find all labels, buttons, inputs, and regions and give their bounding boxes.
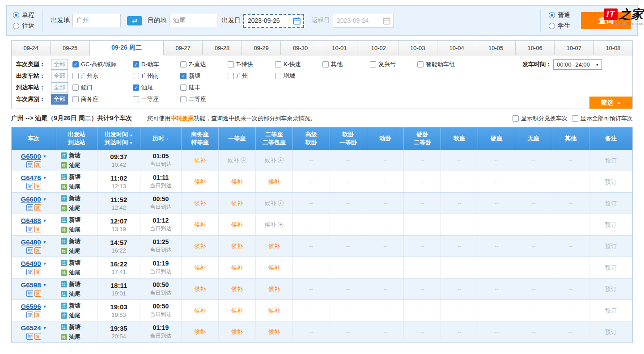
from-station-input[interactable]: 广州 [72,14,121,27]
date-tab[interactable]: 09-24 [12,41,51,55]
date-tab[interactable]: 09-27 [164,41,203,55]
date-tab[interactable]: 09-30 [281,41,320,55]
train-expand-icon[interactable]: ▼ [43,176,47,180]
train-number-link[interactable]: G6490 [21,260,41,267]
seat-other-cell: -- [552,257,589,278]
filter-option-xintang[interactable]: 新塘 [180,72,228,80]
filter-option-guangzhou[interactable]: 广州 [228,72,275,80]
sort-desc-icon[interactable]: ▼ [129,141,133,145]
date-tab[interactable]: 09-26 周二 [90,41,164,55]
station-type-icon: 终 [61,184,67,190]
date-tab[interactable]: 10-01 [320,41,359,55]
from-station: 新塘 [69,259,80,267]
col-times[interactable]: 出发时间▲ 到达时间▼ [97,127,140,150]
fuxing-train-badge: 复 [34,269,41,275]
show-bookable-trains-checkbox[interactable]: 显示全部可预订车次 [572,114,633,122]
train-number-link[interactable]: G6500 [21,152,41,160]
seat-hard-seat-cell: -- [478,300,515,321]
seat-class-all-button[interactable]: 全部 [51,94,68,105]
col-duration[interactable]: 历时▲ [140,127,182,150]
train-expand-icon[interactable]: ▼ [43,261,47,266]
station-type-icon: 终 [61,205,67,211]
show-points-trains-checkbox[interactable]: 显示积分兑换车次 [513,114,568,122]
arrive-station-all-button[interactable]: 全部 [51,82,68,93]
train-expand-icon[interactable]: ▼ [43,219,47,223]
filter-option-business[interactable]: 商务座 [72,95,133,103]
date-tab[interactable]: 09-25 [51,41,89,55]
seat-status: 候补 [268,242,280,250]
swap-stations-button[interactable]: ⇄ [127,16,142,25]
date-tab-label: 09-29 [254,45,268,51]
filter-option-smart-ev[interactable]: 智能动车组 [417,60,455,68]
transfer-link[interactable]: 中转换乘 [170,115,194,122]
radio-round-trip[interactable]: 往返 [13,22,34,30]
filter-option-guangzhoudong[interactable]: 广州东 [72,72,133,80]
times-cell: 18:11 19:01 [97,278,140,299]
candidate-plus-icon[interactable]: + [278,157,284,163]
filter-option-gc[interactable]: GC-高铁/城际 [72,60,133,68]
sort-duration-icon[interactable]: ▲ [165,137,169,141]
radio-normal-passenger[interactable]: 普通 [549,11,570,19]
date-tab[interactable]: 10-04 [437,41,476,55]
train-expand-icon[interactable]: ▼ [43,240,47,244]
to-station-input[interactable]: 汕尾 [169,14,217,27]
filter-option-guangzhounan[interactable]: 广州南 [133,72,180,80]
date-tab[interactable]: 10-06 [516,41,555,55]
train-type-all-button[interactable]: 全部 [51,59,68,70]
filter-button[interactable]: 筛选 ▲ [589,97,632,109]
filter-option-label: 增城 [284,72,295,80]
date-tab[interactable]: 09-29 [242,41,281,55]
candidate-plus-icon[interactable]: + [278,222,284,228]
train-number-link[interactable]: G6524 [21,324,41,332]
date-tab[interactable]: 10-07 [555,41,593,55]
filter-option-shanwei[interactable]: 汕尾 [133,84,180,92]
train-type-label: 车次类型： [16,60,51,68]
date-tab[interactable]: 10-02 [359,41,398,55]
seat-status: -- [532,157,536,164]
col-other: 其他 [552,127,589,150]
train-row: G6488 ▼ 智 复 过 新塘 [12,214,632,236]
train-expand-icon[interactable]: ▼ [43,154,47,159]
seat-ev-sleeper-cell: -- [367,257,404,278]
filter-option-z[interactable]: Z-直达 [180,60,228,68]
train-number-link[interactable]: G6476 [21,174,41,181]
train-expand-icon[interactable]: ▼ [43,304,47,309]
date-tab[interactable]: 09-28 [203,41,242,55]
return-date-input[interactable]: 2023-09-24 [333,14,394,28]
depart-date-input[interactable]: 2023-09-26 [243,14,304,28]
filter-option-lufeng[interactable]: 陆丰 [180,84,228,92]
filter-option-fuxing[interactable]: 复兴号 [370,60,417,68]
candidate-plus-icon[interactable]: + [241,157,246,163]
filter-option-first-class[interactable]: 一等座 [133,95,180,103]
sort-asc-icon[interactable]: ▲ [129,133,133,137]
date-tab[interactable]: 10-03 [398,41,437,55]
train-number-link[interactable]: G6488 [21,217,41,224]
date-tab[interactable]: 10-05 [476,41,515,55]
filter-option-t[interactable]: T-特快 [228,60,275,68]
filter-option-k[interactable]: K-快速 [275,60,322,68]
filter-option-label: 汕尾 [141,84,153,92]
date-tab[interactable]: 10-08 [594,41,632,55]
candidate-plus-icon[interactable]: + [278,200,284,206]
filter-option-label: 二等座 [189,95,206,103]
filter-option-zengcheng[interactable]: 增城 [275,72,322,80]
train-number-link[interactable]: G6480 [21,238,41,246]
train-expand-icon[interactable]: ▼ [43,283,47,287]
filter-option-second-class[interactable]: 二等座 [180,95,228,103]
filter-option-d[interactable]: D-动车 [133,60,180,68]
filter-option-houmen[interactable]: 鲘门 [72,84,133,92]
train-expand-icon[interactable]: ▼ [43,326,47,330]
radio-student-passenger[interactable]: 学生 [549,22,570,30]
filter-row-train-type: 车次类型： 全部 GC-高铁/城际 D-动车 Z-直达 T-特快 [16,59,628,70]
train-row: G6596 ▼ 智 复 过 新塘 [12,300,632,321]
train-number-link[interactable]: G6596 [21,303,41,310]
radio-one-way[interactable]: 单程 [13,11,34,19]
depart-station-all-button[interactable]: 全部 [51,71,68,81]
seat-other-cell: -- [552,193,589,214]
train-number-link[interactable]: G6598 [21,281,41,289]
date-tab-label: 10-04 [449,45,464,51]
filter-option-other[interactable]: 其他 [322,60,370,68]
train-expand-icon[interactable]: ▼ [43,197,47,202]
train-number-link[interactable]: G6600 [21,195,41,203]
depart-time-select[interactable]: 00:00--24:00 ▾ [553,59,602,70]
